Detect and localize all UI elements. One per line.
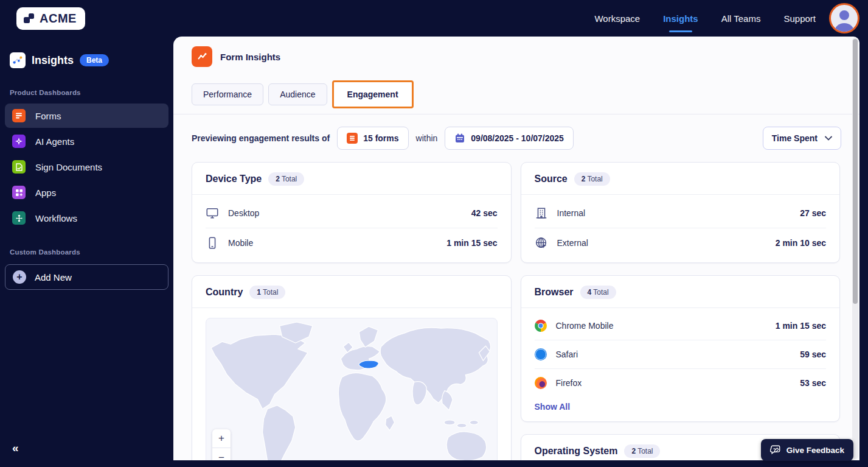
world-map-svg bbox=[206, 318, 497, 460]
card-title: Source bbox=[535, 174, 568, 184]
total-badge: 1Total bbox=[249, 286, 285, 299]
date-range-label: 09/08/2025 - 10/07/2025 bbox=[471, 133, 564, 143]
table-row: Firefox 53 sec bbox=[535, 369, 827, 397]
tab-performance[interactable]: Performance bbox=[192, 83, 263, 105]
tab-engagement[interactable]: Engagement bbox=[332, 80, 414, 108]
total-badge: 2Total bbox=[574, 172, 610, 186]
device-type-card: Device Type 2Total Desktop 42 sec bbox=[192, 162, 512, 263]
collapse-sidebar-icon[interactable]: « bbox=[12, 441, 19, 455]
forms-count-label: 15 forms bbox=[363, 133, 398, 143]
give-feedback-button[interactable]: Give Feedback bbox=[761, 439, 853, 461]
form-insights-icon bbox=[192, 46, 212, 67]
page-title: Form Insights bbox=[220, 52, 280, 62]
nav-all-teams[interactable]: All Teams bbox=[721, 10, 761, 27]
mobile-icon bbox=[206, 236, 219, 250]
give-feedback-label: Give Feedback bbox=[786, 446, 844, 455]
form-icon bbox=[347, 133, 358, 144]
sidebar-item-label: Forms bbox=[35, 111, 61, 121]
top-bar: ACME Workspace Insights All Teams Suppor… bbox=[0, 0, 868, 37]
firefox-icon bbox=[535, 377, 547, 389]
world-map[interactable]: + − bbox=[206, 318, 498, 460]
total-badge: 2Total bbox=[268, 172, 304, 186]
zoom-in-button[interactable]: + bbox=[212, 429, 231, 448]
table-row: Desktop 42 sec bbox=[206, 198, 498, 228]
beta-badge: Beta bbox=[80, 54, 109, 66]
calendar-icon bbox=[454, 133, 465, 144]
top-nav: Workspace Insights All Teams Support bbox=[594, 10, 816, 27]
chrome-icon bbox=[535, 320, 547, 332]
filter-row: Previewing engagement results of 15 form… bbox=[173, 114, 859, 161]
country-card: Country 1Total bbox=[192, 275, 512, 460]
show-all-link[interactable]: Show All bbox=[521, 397, 840, 421]
add-new-label: Add New bbox=[35, 272, 72, 283]
sidebar-item-label: Workflows bbox=[35, 213, 77, 223]
card-title: Country bbox=[206, 287, 243, 298]
filter-prefix-text: Previewing engagement results of bbox=[192, 133, 330, 143]
chevron-down-icon bbox=[825, 136, 832, 141]
sidebar: Insights Beta Product Dashboards Forms A… bbox=[0, 37, 173, 467]
sidebar-item-label: Apps bbox=[35, 188, 56, 198]
feedback-chat-icon bbox=[770, 444, 781, 455]
person-icon bbox=[831, 5, 858, 32]
section-custom-dashboards: Custom Dashboards bbox=[0, 231, 173, 262]
table-row: Internal 27 sec bbox=[535, 198, 827, 228]
source-card: Source 2Total Internal 27 sec bbox=[521, 162, 841, 263]
sidebar-item-ai-agents[interactable]: AI Agents bbox=[5, 129, 168, 153]
acme-logo[interactable]: ACME bbox=[16, 7, 85, 30]
app-name: Insights bbox=[32, 54, 74, 67]
main-panel: Form Insights Performance Audience Engag… bbox=[173, 37, 859, 460]
browser-card: Browser 4Total Chrome Mobile 1 min 15 se… bbox=[521, 275, 841, 422]
desktop-icon bbox=[206, 206, 219, 220]
forms-count-button[interactable]: 15 forms bbox=[337, 127, 408, 150]
insights-app-icon bbox=[10, 52, 26, 68]
scrollbar-thumb[interactable] bbox=[853, 39, 858, 304]
globe-cursor-icon bbox=[535, 236, 548, 250]
card-title: Browser bbox=[535, 287, 574, 298]
metric-dropdown[interactable]: Time Spent bbox=[763, 127, 841, 150]
nav-workspace[interactable]: Workspace bbox=[594, 10, 640, 27]
map-zoom-control: + − bbox=[212, 429, 231, 460]
logo-text: ACME bbox=[40, 12, 77, 26]
card-title: Device Type bbox=[206, 174, 262, 184]
plus-icon: + bbox=[13, 270, 26, 284]
filter-conjunction: within bbox=[416, 133, 438, 143]
nav-insights[interactable]: Insights bbox=[663, 10, 698, 27]
sidebar-item-apps[interactable]: Apps bbox=[5, 180, 168, 205]
workflows-icon bbox=[12, 211, 26, 225]
sign-documents-icon bbox=[12, 160, 26, 174]
tab-bar: Performance Audience Engagement bbox=[192, 80, 841, 109]
highlighted-country-turkey bbox=[359, 360, 378, 368]
total-badge: 4Total bbox=[580, 286, 616, 299]
section-product-dashboards: Product Dashboards bbox=[0, 72, 173, 102]
building-icon bbox=[535, 206, 548, 220]
sidebar-item-label: AI Agents bbox=[35, 136, 74, 147]
sidebar-item-forms[interactable]: Forms bbox=[5, 104, 168, 128]
total-badge: 2Total bbox=[624, 444, 660, 458]
sidebar-item-label: Sign Documents bbox=[35, 162, 102, 172]
page-header: Form Insights bbox=[192, 46, 841, 67]
sidebar-app-header: Insights Beta bbox=[0, 37, 173, 72]
sidebar-item-workflows[interactable]: Workflows bbox=[5, 206, 168, 230]
forms-icon bbox=[12, 109, 26, 122]
apps-icon bbox=[12, 186, 26, 199]
metric-dropdown-value: Time Spent bbox=[772, 133, 818, 143]
acme-logo-icon bbox=[23, 12, 36, 25]
avatar[interactable] bbox=[829, 3, 859, 33]
add-new-button[interactable]: + Add New bbox=[5, 264, 168, 290]
table-row: Safari 59 sec bbox=[535, 340, 827, 369]
table-row: Chrome Mobile 1 min 15 sec bbox=[535, 312, 827, 340]
card-title: Operating System bbox=[535, 446, 618, 457]
table-row: External 2 min 10 sec bbox=[535, 228, 827, 258]
date-range-button[interactable]: 09/08/2025 - 10/07/2025 bbox=[445, 127, 574, 150]
sidebar-item-sign-documents[interactable]: Sign Documents bbox=[5, 155, 168, 179]
ai-agents-icon bbox=[12, 135, 26, 148]
scrollbar-track[interactable] bbox=[852, 38, 858, 459]
safari-icon bbox=[535, 348, 547, 360]
nav-support[interactable]: Support bbox=[783, 10, 816, 27]
cards-grid: Device Type 2Total Desktop 42 sec bbox=[173, 161, 859, 460]
table-row: Mobile 1 min 15 sec bbox=[206, 228, 498, 258]
zoom-out-button[interactable]: − bbox=[212, 448, 231, 460]
tab-audience[interactable]: Audience bbox=[268, 83, 327, 105]
